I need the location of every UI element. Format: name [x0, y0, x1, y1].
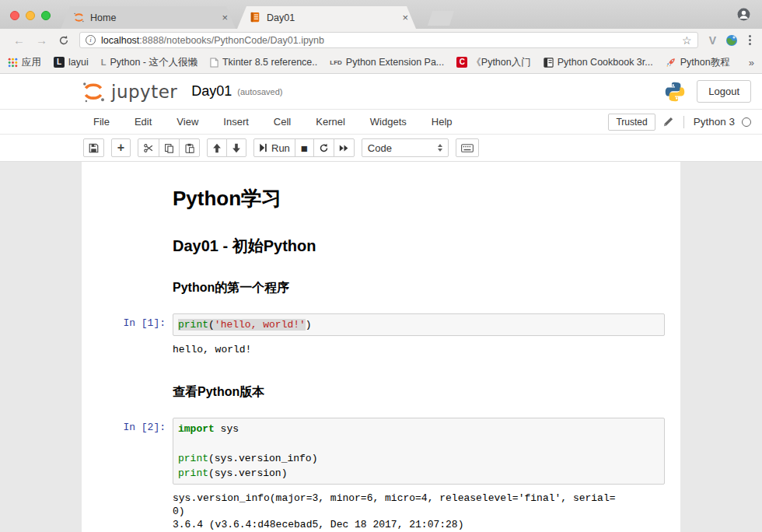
rocket-icon [666, 57, 676, 68]
bookmark-python-blog[interactable]: L Python - 这个人很懒 [101, 56, 197, 69]
markdown-heading-1[interactable]: Python学习 [173, 185, 665, 212]
url-path: :8888/notebooks/PythonCode/Day01.ipynb [139, 35, 324, 46]
bookmark-label: 应用 [22, 56, 41, 69]
scissors-icon [143, 143, 154, 153]
restart-run-all-button[interactable] [334, 138, 355, 157]
minimize-window-button[interactable] [26, 11, 35, 20]
bookmark-label: Tkinter 8.5 reference.. [222, 57, 317, 68]
url-host: localhost [101, 35, 139, 46]
notebook-scroll-area[interactable]: Python学习 Day01 - 初始Python Python的第一个程序 I… [0, 162, 762, 532]
tab-close-icon[interactable]: × [402, 12, 408, 23]
restart-kernel-button[interactable] [313, 138, 334, 157]
url-field[interactable]: i localhost:8888/notebooks/PythonCode/Da… [79, 32, 698, 48]
forward-icon[interactable]: → [36, 34, 47, 46]
notebook-title[interactable]: Day01 [191, 83, 232, 100]
menu-kernel[interactable]: Kernel [316, 116, 345, 128]
kernel-name: Python 3 [694, 116, 735, 128]
extension-v-icon[interactable]: V [709, 34, 716, 47]
bookmark-apps[interactable]: 应用 [8, 56, 41, 69]
code-token: ( [208, 319, 215, 331]
bookmark-star-icon[interactable]: ☆ [682, 34, 692, 47]
bookmark-tkinter[interactable]: Tkinter 8.5 reference.. [210, 57, 317, 68]
code-token: sys [215, 423, 239, 435]
run-cell-button[interactable]: Run [253, 138, 295, 157]
trusted-button[interactable]: Trusted [608, 114, 655, 131]
bookmark-python-extension[interactable]: LFD Python Extension Pa... [330, 57, 444, 68]
bookmark-layui[interactable]: L layui [54, 57, 89, 68]
edit-pencil-icon[interactable] [662, 116, 674, 128]
floppy-icon [89, 143, 99, 153]
autosave-status: (autosaved) [237, 87, 282, 96]
menu-view[interactable]: View [177, 116, 198, 128]
tab-day01[interactable]: Day01 × [237, 6, 416, 29]
profile-icon[interactable] [736, 7, 751, 22]
copy-icon [164, 143, 174, 153]
select-arrows-icon [438, 144, 442, 152]
jupyter-logo-icon[interactable] [80, 79, 107, 104]
notebook-container: Python学习 Day01 - 初始Python Python的第一个程序 I… [82, 162, 680, 532]
bookmark-cookbook[interactable]: Python Cookbook 3r... [544, 57, 653, 68]
fast-forward-icon [339, 144, 349, 152]
bookmark-label: Python Extension Pa... [346, 57, 444, 68]
menu-widgets[interactable]: Widgets [370, 116, 407, 128]
menu-insert[interactable]: Insert [223, 116, 249, 128]
extension-globe-icon[interactable] [725, 34, 738, 47]
code-cell-2[interactable]: In [2]: import sysprint(sys.version_info… [97, 418, 665, 485]
menu-edit[interactable]: Edit [135, 116, 152, 128]
browser-tab-strip: Home × Day01 × [0, 0, 762, 29]
close-window-button[interactable] [10, 11, 19, 20]
bookmarks-overflow-icon[interactable]: » [749, 57, 754, 68]
bookmark-label: Python Cookbook 3r... [558, 57, 653, 68]
new-tab-button[interactable] [428, 11, 454, 26]
code-input[interactable]: print('hello, world!') [173, 313, 665, 336]
notebook-favicon-icon [250, 12, 261, 23]
run-label: Run [271, 142, 290, 154]
output-prompt [97, 341, 173, 356]
input-prompt: In [2]: [97, 418, 173, 433]
move-cell-down-button[interactable] [226, 138, 246, 157]
bookmark-python-intro[interactable]: C 《Python入门 [456, 56, 530, 69]
url-text: localhost:8888/notebooks/PythonCode/Day0… [101, 35, 677, 46]
lfd-icon: LFD [330, 59, 342, 66]
cell-2-output-row: sys.version_info(major=3, minor=6, micro… [97, 490, 665, 532]
tab-close-icon[interactable]: × [222, 12, 228, 23]
menu-cell[interactable]: Cell [274, 116, 291, 128]
apps-grid-icon [8, 58, 18, 68]
code-cell-1[interactable]: In [1]: print('hello, world!') [97, 313, 665, 336]
menu-help[interactable]: Help [432, 116, 453, 128]
browser-menu-icon[interactable] [749, 35, 751, 45]
stop-kernel-button[interactable]: ■ [295, 138, 314, 157]
tab-home[interactable]: Home × [61, 6, 236, 29]
code-token: print [178, 453, 208, 464]
code-input[interactable]: import sysprint(sys.version_info)print(s… [173, 418, 665, 485]
command-palette-button[interactable] [456, 138, 479, 157]
input-prompt: In [1]: [97, 313, 173, 329]
bookmark-label: Python - 这个人很懒 [110, 56, 197, 69]
keyboard-icon [461, 144, 474, 152]
bookmark-label: 《Python入门 [471, 56, 530, 69]
arrow-down-icon [232, 143, 241, 153]
copy-cell-button[interactable] [159, 138, 180, 157]
markdown-heading-3[interactable]: Python的第一个程序 [173, 280, 665, 296]
back-icon[interactable]: ← [13, 34, 25, 46]
logout-button[interactable]: Logout [697, 80, 751, 103]
red-c-icon: C [456, 57, 467, 68]
save-button[interactable] [83, 138, 104, 157]
page-icon [210, 58, 218, 68]
cell-type-select[interactable]: Code [362, 138, 449, 157]
browser-address-bar: ← → i localhost:8888/notebooks/PythonCod… [0, 29, 762, 51]
book-icon [544, 58, 554, 68]
markdown-heading-4[interactable]: 查看Python版本 [173, 384, 665, 401]
page-info-icon[interactable]: i [86, 35, 96, 45]
paste-cell-button[interactable] [179, 138, 200, 157]
move-cell-up-button[interactable] [207, 138, 227, 157]
reload-icon[interactable] [58, 35, 69, 46]
zoom-window-button[interactable] [41, 11, 51, 20]
cut-cell-button[interactable] [138, 138, 159, 157]
bookmark-python-tutorial[interactable]: Python教程 [666, 56, 730, 69]
markdown-heading-2[interactable]: Day01 - 初始Python [173, 236, 665, 257]
add-cell-button[interactable]: + [111, 138, 131, 157]
code-token: print [178, 467, 208, 479]
jupyter-wordmark[interactable]: jupyter [111, 82, 177, 102]
menu-file[interactable]: File [93, 116, 110, 128]
